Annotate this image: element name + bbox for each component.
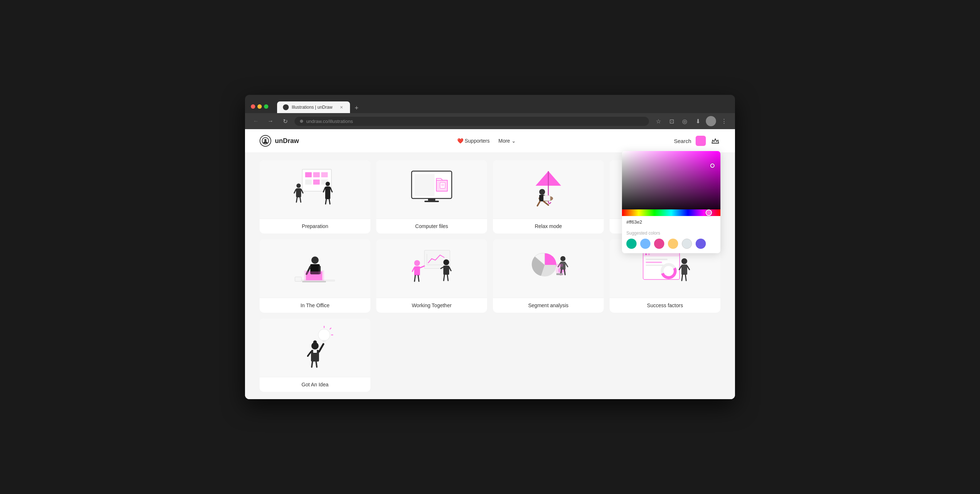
svg-line-21: [329, 199, 330, 204]
search-label: Search: [674, 138, 691, 144]
title-bar: Illustrations | unDraw ✕ +: [245, 95, 735, 113]
svg-rect-54: [414, 266, 420, 276]
traffic-lights: [251, 104, 268, 109]
svg-rect-43: [302, 281, 326, 282]
illustration-title-in-the-office: In The Office: [259, 298, 371, 313]
svg-line-15: [300, 198, 301, 202]
svg-line-89: [682, 275, 682, 280]
svg-line-73: [565, 269, 565, 275]
illustration-title-success-factors: Success factors: [609, 298, 721, 313]
more-button[interactable]: More ⌄: [498, 138, 516, 144]
svg-rect-29: [425, 201, 439, 202]
color-gradient[interactable]: [622, 151, 721, 209]
security-icon: ⊕: [300, 119, 303, 124]
tab-close-button[interactable]: ✕: [338, 104, 344, 110]
svg-rect-28: [428, 199, 435, 201]
illustration-title-segment-analysis: Segment analysis: [493, 298, 604, 313]
maximize-button[interactable]: [264, 104, 268, 109]
new-tab-button[interactable]: +: [352, 103, 362, 113]
illustration-title-preparation: Preparation: [259, 218, 371, 234]
url-path: /illustrations: [328, 119, 353, 124]
navigation-bar: ← → ↻ ⊕ undraw.co/illustrations ☆ ⊡ ◎ ⬇ …: [245, 113, 735, 129]
illustration-card-in-the-office[interactable]: In The Office: [259, 239, 371, 313]
swatch-purple[interactable]: [695, 239, 706, 249]
color-swatches: [626, 239, 716, 249]
extension-button[interactable]: ⊡: [667, 116, 677, 126]
bookmark-button[interactable]: ☆: [653, 116, 663, 126]
illustration-image-preparation: [259, 160, 371, 218]
close-button[interactable]: [251, 104, 255, 109]
svg-line-93: [330, 328, 331, 329]
illustration-image-in-the-office: [259, 239, 371, 298]
color-picker-popup: #ff63e2 Suggested colors: [622, 151, 721, 253]
svg-rect-25: [440, 182, 445, 188]
svg-rect-75: [556, 273, 563, 275]
svg-rect-49: [295, 277, 302, 281]
svg-line-70: [565, 263, 568, 267]
svg-point-10: [296, 183, 301, 188]
forward-button[interactable]: →: [266, 116, 275, 126]
supporters-label: ❤️ Supporters: [457, 138, 490, 144]
svg-point-16: [326, 182, 330, 186]
svg-line-56: [412, 268, 414, 271]
supporters-button[interactable]: ❤️ Supporters: [457, 138, 490, 144]
illustration-title-got-an-idea: Got An Idea: [259, 377, 371, 392]
illustration-title-computer-files: Computer files: [376, 218, 487, 234]
svg-rect-74: [555, 264, 563, 267]
url-domain: undraw.co: [306, 119, 328, 124]
swatch-light-blue[interactable]: [640, 239, 651, 249]
svg-line-57: [415, 276, 415, 281]
menu-button[interactable]: ⋮: [719, 116, 729, 126]
url-display: undraw.co/illustrations: [306, 119, 353, 124]
svg-line-87: [687, 266, 689, 269]
active-tab[interactable]: Illustrations | unDraw ✕: [277, 102, 350, 113]
svg-line-35: [538, 201, 540, 206]
svg-point-78: [645, 253, 647, 255]
svg-line-99: [319, 344, 323, 352]
download-button[interactable]: ⬇: [693, 116, 703, 126]
address-bar[interactable]: ⊕ undraw.co/illustrations: [294, 117, 649, 126]
logo-icon: [259, 135, 271, 147]
reload-button[interactable]: ↻: [280, 116, 290, 126]
svg-rect-60: [443, 266, 449, 275]
illustration-card-computer-files[interactable]: Computer files: [376, 160, 487, 234]
hex-input: #ff63e2: [622, 216, 721, 228]
browser-window: Illustrations | unDraw ✕ + ← → ↻ ⊕ undra…: [245, 95, 735, 399]
illustration-card-relax-mode[interactable]: Relax mode: [493, 160, 604, 234]
illustration-title-working-together: Working Together: [376, 298, 487, 313]
tab-bar: Illustrations | unDraw ✕ +: [274, 102, 364, 113]
svg-rect-98: [313, 350, 317, 353]
swatch-yellow[interactable]: [668, 239, 678, 249]
svg-line-100: [308, 352, 311, 356]
profile-avatar[interactable]: [706, 116, 716, 126]
swatch-pink-red[interactable]: [654, 239, 664, 249]
illustration-card-segment-analysis[interactable]: Segment analysis: [493, 239, 604, 313]
svg-point-59: [443, 260, 449, 265]
illustration-card-got-an-idea[interactable]: Got An Idea: [259, 319, 371, 392]
site-header: unDraw ❤️ Supporters More ⌄ Search: [245, 129, 735, 153]
illustration-image-relax-mode: [493, 160, 604, 218]
illustration-card-preparation[interactable]: Preparation: [259, 160, 371, 234]
svg-line-90: [686, 275, 686, 280]
svg-line-14: [296, 198, 297, 202]
hue-slider[interactable]: [622, 209, 721, 216]
svg-point-91: [318, 329, 330, 341]
svg-point-32: [539, 189, 545, 195]
swatch-light-gray[interactable]: [682, 239, 692, 249]
illustration-card-working-together[interactable]: Working Together: [376, 239, 487, 313]
back-button[interactable]: ←: [251, 116, 261, 126]
svg-line-36: [544, 201, 548, 205]
crown-button[interactable]: [710, 136, 721, 146]
logo-area[interactable]: unDraw: [259, 135, 299, 147]
browser-chrome: Illustrations | unDraw ✕ + ← → ↻ ⊕ undra…: [245, 95, 735, 129]
svg-rect-11: [296, 188, 301, 198]
more-label: More: [498, 138, 510, 144]
swatch-teal[interactable]: [626, 239, 636, 249]
suggested-label: Suggested colors: [626, 231, 716, 236]
minimize-button[interactable]: [258, 104, 262, 109]
illustration-image-computer-files: [376, 160, 487, 218]
suggested-colors-section: Suggested colors: [622, 228, 721, 253]
color-picker-swatch[interactable]: [695, 136, 706, 146]
svg-line-64: [447, 275, 448, 280]
shield-button[interactable]: ◎: [679, 116, 690, 126]
